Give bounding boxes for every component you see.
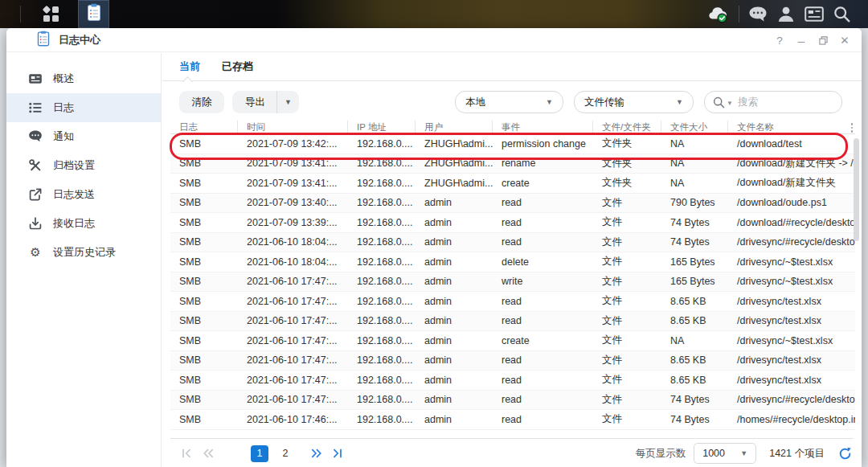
cell-file-size: 74 Bytes <box>661 391 728 410</box>
per-page-dropdown[interactable]: 1000 ▼ <box>694 443 756 464</box>
table-row[interactable]: SMB2021-06-10 17:46:...192.168.0....admi… <box>170 410 855 430</box>
table-body: SMB2021-07-09 13:42:...192.168.0....ZHUG… <box>170 134 855 430</box>
sidebar-item-notifications[interactable]: 通知 <box>6 122 161 151</box>
cloud-sync-tray-button[interactable] <box>701 0 733 28</box>
page-number-2[interactable]: 2 <box>276 445 294 462</box>
cell-time: 2021-07-09 13:42:... <box>238 134 348 154</box>
cell-file-name: /drivesync/test.xlsx <box>728 351 855 371</box>
cell-file-type: 文件 <box>593 371 661 390</box>
search-input[interactable] <box>738 96 826 108</box>
main-menu-button[interactable] <box>32 0 69 28</box>
table-row[interactable]: SMB2021-07-09 13:41:...192.168.0....ZHUG… <box>170 154 855 174</box>
table-row[interactable]: SMB2021-07-09 13:42:...192.168.0....ZHUG… <box>170 134 855 154</box>
search-options-caret[interactable]: ▼ <box>727 100 733 107</box>
last-page-button[interactable] <box>326 445 347 461</box>
sidebar-item-log-sending[interactable]: 日志发送 <box>6 180 161 209</box>
column-header-log[interactable]: 日志 <box>170 121 238 133</box>
search-tray-button[interactable] <box>829 0 854 28</box>
user-tray-button[interactable] <box>774 0 798 28</box>
sidebar-item-settings-history[interactable]: ⚙设置历史记录 <box>6 238 161 267</box>
cell-user: ZHUGH\admi... <box>416 134 493 154</box>
column-header-file-type[interactable]: 文件/文件夹 <box>593 121 661 133</box>
table-row[interactable]: SMB2021-06-10 17:47:...192.168.0....admi… <box>170 351 855 371</box>
table-row[interactable]: SMB2021-06-10 17:47:...192.168.0....admi… <box>170 371 855 391</box>
table-row[interactable]: SMB2021-06-10 17:47:...192.168.0....admi… <box>170 312 855 332</box>
table-row[interactable]: SMB2021-06-10 18:04:...192.168.0....admi… <box>170 233 855 253</box>
cell-user: admin <box>416 272 493 292</box>
table-row[interactable]: SMB2021-06-10 18:04:...192.168.0....admi… <box>170 252 855 272</box>
search-field-icon <box>713 96 725 109</box>
export-button[interactable]: 导出 ▼ <box>232 91 299 113</box>
cell-event: create <box>493 331 593 350</box>
cell-event: delete <box>493 252 593 272</box>
first-page-button[interactable] <box>177 445 198 461</box>
table-row[interactable]: SMB2021-06-10 17:47:...192.168.0....admi… <box>170 391 855 411</box>
cell-time: 2021-06-10 17:47:... <box>238 371 348 390</box>
cell-file-name: /download/新建文件夹 -> /do... <box>728 154 855 174</box>
table-row[interactable]: SMB2021-06-10 17:47:...192.168.0....admi… <box>170 331 855 351</box>
sidebar-item-logs[interactable]: 日志 <box>6 93 161 122</box>
log-center-taskbar-button[interactable] <box>78 0 109 28</box>
chat-tray-button[interactable] <box>746 0 770 28</box>
table-row[interactable]: SMB2021-06-10 17:47:...192.168.0....admi… <box>170 272 855 293</box>
cell-log: SMB <box>170 292 238 311</box>
cell-file-name: /download/oude.ps1 <box>728 194 855 213</box>
cell-file-name: /download/#recycle/desktop... <box>728 213 855 232</box>
cell-file-name: /drivesync/#recycle/desktop... <box>728 391 855 410</box>
column-header-file-size[interactable]: 文件大小 <box>661 121 728 133</box>
category-filter-value: 文件传输 <box>584 96 624 109</box>
cell-log: SMB <box>170 331 238 350</box>
export-button-label[interactable]: 导出 <box>232 91 276 113</box>
category-filter-dropdown[interactable]: 文件传输 ▼ <box>574 91 694 113</box>
sidebar-item-archive-settings[interactable]: 归档设置 <box>6 151 161 180</box>
next-page-button[interactable] <box>305 445 326 461</box>
table-row[interactable]: SMB2021-06-10 17:47:...192.168.0....admi… <box>170 292 855 312</box>
column-header-time[interactable]: 时间 <box>238 121 348 133</box>
sidebar-item-receive-logs[interactable]: 接收日志 <box>6 209 161 238</box>
cell-file-size: NA <box>661 134 728 154</box>
search-field[interactable]: ▼ <box>704 91 842 113</box>
tab-current[interactable]: 当前 <box>179 53 200 80</box>
cell-file-type: 文件夹 <box>593 154 661 174</box>
refresh-button[interactable] <box>836 444 854 462</box>
cell-file-name: /drivesync/test.xlsx <box>728 292 855 311</box>
column-header-user[interactable]: 用户 <box>416 121 493 133</box>
export-dropdown-caret[interactable]: ▼ <box>276 91 299 113</box>
page-number-list: 12 <box>251 445 294 462</box>
source-filter-dropdown[interactable]: 本地 ▼ <box>455 91 563 113</box>
minimize-button[interactable]: – <box>794 33 809 47</box>
cell-file-size: NA <box>661 331 728 350</box>
column-header-event[interactable]: 事件 <box>493 121 593 133</box>
restore-button[interactable] <box>816 33 830 47</box>
cell-event: permission change <box>493 134 593 154</box>
vertical-scrollbar-thumb[interactable] <box>854 138 859 241</box>
cell-ip: 192.168.0.... <box>348 410 416 429</box>
table-row[interactable]: SMB2021-07-09 13:40:...192.168.0....admi… <box>170 194 855 214</box>
table-row[interactable]: SMB2021-07-09 13:41:...192.168.0....ZHUG… <box>170 174 855 194</box>
help-button[interactable]: ? <box>772 33 787 47</box>
cell-log: SMB <box>170 410 238 429</box>
column-header-file-name[interactable]: 文件名称 <box>728 121 855 133</box>
table-row[interactable]: SMB2021-07-09 13:39:...192.168.0....admi… <box>170 213 855 233</box>
close-button[interactable]: ✕ <box>837 33 852 47</box>
cell-event: read <box>493 410 593 429</box>
column-header-ip[interactable]: IP 地址 <box>348 121 416 133</box>
tab-archived[interactable]: 已存档 <box>222 53 253 80</box>
cell-file-size: 165 Bytes <box>661 252 728 272</box>
chevron-down-icon: ▼ <box>546 98 553 106</box>
widgets-tray-button[interactable] <box>802 0 826 28</box>
cell-time: 2021-06-10 17:47:... <box>238 272 348 292</box>
cell-log: SMB <box>170 371 238 390</box>
per-page-label: 每页显示数 <box>636 447 686 461</box>
cell-file-type: 文件 <box>593 292 661 311</box>
cell-file-name: /download/新建文件夹 <box>728 174 855 193</box>
page-number-1[interactable]: 1 <box>251 445 268 462</box>
cell-event: read <box>493 312 593 331</box>
clear-button[interactable]: 清除 <box>179 91 224 113</box>
cell-file-type: 文件 <box>593 252 661 272</box>
cell-log: SMB <box>170 252 238 272</box>
column-options-icon[interactable] <box>847 122 857 133</box>
previous-page-button[interactable] <box>198 445 219 461</box>
sidebar-item-overview[interactable]: 概述 <box>6 64 161 93</box>
cell-ip: 192.168.0.... <box>348 292 416 311</box>
